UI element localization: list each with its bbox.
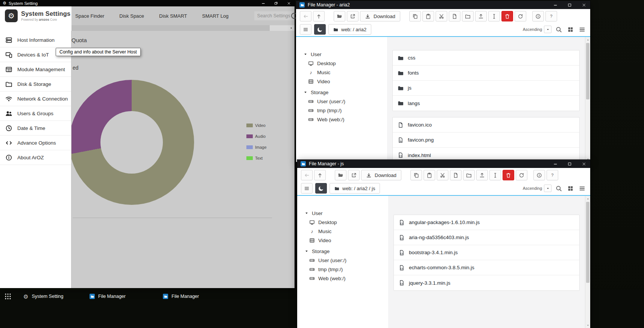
copy-button[interactable]	[409, 11, 421, 21]
open-folder-button[interactable]	[334, 11, 345, 21]
file-row-langs[interactable]: langs	[393, 96, 579, 111]
tab-space-finder[interactable]: Space Finder	[75, 13, 104, 19]
sidebar-item-host-information[interactable]: Host Information	[0, 33, 71, 47]
tab-disk-space[interactable]: Disk Space	[119, 13, 144, 19]
menu-button[interactable]	[301, 183, 313, 194]
sidebar-item-network-connection[interactable]: Network & Connection	[0, 92, 71, 106]
properties-button[interactable]	[532, 11, 544, 21]
file-row-bootstrap[interactable]: bootstrap-3.4.1.min.js	[394, 245, 579, 260]
tree-item-tmp-drive[interactable]: tmp (tmp:/)	[305, 265, 388, 274]
restore-button[interactable]	[273, 0, 279, 6]
tree-group-storage[interactable]: Storage	[305, 247, 388, 256]
new-file-button[interactable]	[450, 170, 462, 180]
tree-item-music[interactable]: ♪Music	[304, 68, 387, 77]
scroll-right-arrow[interactable]	[289, 25, 294, 31]
copy-button[interactable]	[410, 170, 422, 180]
delete-button[interactable]	[503, 170, 514, 180]
back-button[interactable]	[301, 170, 313, 180]
scrollbar-thumb[interactable]	[586, 43, 589, 99]
file-row-angular[interactable]: angular-packages-1.6.10.min.js	[394, 215, 579, 230]
scroll-down-icon[interactable]	[585, 323, 590, 328]
file-row-favicon-png[interactable]: favicon.png	[393, 133, 579, 148]
open-in-new-window-button[interactable]	[347, 11, 358, 21]
upload-button[interactable]	[475, 11, 487, 21]
breadcrumb[interactable]: web: / aria2 / js	[330, 183, 380, 194]
tree-item-user-drive[interactable]: User (user:/)	[305, 256, 388, 265]
theme-toggle-button[interactable]	[315, 183, 327, 194]
help-button[interactable]	[545, 11, 557, 21]
tree-item-desktop[interactable]: Desktop	[304, 59, 387, 68]
tree-group-user[interactable]: User	[304, 50, 387, 59]
open-in-new-window-button[interactable]	[348, 170, 360, 180]
new-folder-button[interactable]	[462, 11, 474, 21]
sort-dropdown[interactable]: Ascending	[523, 26, 551, 33]
properties-button[interactable]	[533, 170, 545, 180]
legend-item-image[interactable]: Image	[246, 145, 267, 149]
scroll-up-icon[interactable]	[585, 37, 590, 42]
tree-item-video[interactable]: Video	[305, 236, 388, 245]
paste-button[interactable]	[422, 11, 434, 21]
download-button[interactable]: Download	[361, 170, 401, 180]
vertical-scrollbar[interactable]	[585, 37, 590, 162]
sidebar-item-about-aroz[interactable]: About ArOZ	[0, 150, 71, 165]
grid-view-button[interactable]	[566, 184, 575, 193]
tree-group-user[interactable]: User	[305, 209, 388, 218]
tree-item-web-drive[interactable]: Web (web:/)	[304, 115, 387, 124]
window-titlebar[interactable]: ⚙ System Setting	[0, 0, 295, 6]
maximize-button[interactable]	[567, 2, 573, 8]
delete-button[interactable]	[501, 11, 513, 21]
taskbar-item-file-manager-2[interactable]: File Manager	[163, 292, 199, 301]
new-folder-button[interactable]	[463, 170, 475, 180]
minimize-button[interactable]	[552, 2, 558, 8]
tree-item-web-drive[interactable]: Web (web:/)	[305, 274, 388, 283]
search-button[interactable]	[554, 25, 563, 34]
legend-item-audio[interactable]: Audio	[246, 134, 267, 138]
tree-item-music[interactable]: ♪Music	[305, 227, 388, 236]
scrollbar-thumb[interactable]	[71, 25, 270, 31]
refresh-button[interactable]	[515, 11, 526, 21]
menu-horizontal-scrollbar[interactable]	[71, 25, 295, 31]
tree-group-storage[interactable]: Storage	[304, 88, 387, 97]
cut-button[interactable]	[437, 170, 448, 180]
search-button[interactable]	[554, 184, 563, 193]
tree-item-desktop[interactable]: Desktop	[305, 218, 388, 227]
back-button[interactable]	[300, 11, 311, 21]
taskbar-item-file-manager-1[interactable]: File Manager	[90, 292, 126, 301]
sidebar-item-advance-options[interactable]: Advance Options	[0, 136, 71, 150]
up-button[interactable]	[313, 11, 325, 21]
file-row-css[interactable]: css	[393, 50, 579, 66]
rename-button[interactable]	[489, 170, 501, 180]
help-button[interactable]	[547, 170, 558, 180]
window-titlebar[interactable]: File Manager - js	[297, 160, 590, 168]
new-file-button[interactable]	[449, 11, 460, 21]
apps-launcher-button[interactable]	[3, 292, 12, 301]
window-titlebar[interactable]: File Manager - aria2	[296, 1, 590, 9]
open-folder-button[interactable]	[335, 170, 346, 180]
tree-item-video[interactable]: Video	[304, 77, 387, 86]
minimize-button[interactable]	[260, 0, 266, 6]
scrollbar-thumb[interactable]	[586, 202, 589, 283]
breadcrumb[interactable]: web: / aria2	[328, 24, 371, 35]
refresh-button[interactable]	[516, 170, 527, 180]
vertical-scrollbar[interactable]	[585, 196, 590, 328]
sidebar-item-disk-storage[interactable]: Disk & Storage	[0, 77, 71, 92]
file-row-aria-ng[interactable]: aria-ng-da5356c403.min.js	[394, 230, 579, 245]
file-row-favicon-ico[interactable]: favicon.ico	[393, 117, 579, 133]
legend-item-video[interactable]: Video	[246, 124, 267, 127]
up-button[interactable]	[314, 170, 326, 180]
taskbar-item-system-setting[interactable]: ⚙ System Setting	[23, 292, 64, 301]
download-button[interactable]: Download	[360, 11, 400, 21]
tree-item-tmp-drive[interactable]: tmp (tmp:/)	[304, 106, 387, 115]
sort-dropdown[interactable]: Ascending	[523, 185, 551, 192]
maximize-button[interactable]	[567, 161, 573, 167]
cut-button[interactable]	[436, 11, 447, 21]
legend-item-text[interactable]: Text	[246, 156, 267, 160]
tree-item-user-drive[interactable]: User (user:/)	[304, 97, 387, 106]
tab-disk-smart[interactable]: Disk SMART	[159, 13, 187, 19]
list-view-button[interactable]	[577, 184, 586, 193]
minimize-button[interactable]	[552, 161, 558, 167]
file-row-echarts[interactable]: echarts-common-3.8.5.min.js	[394, 260, 579, 275]
close-button[interactable]	[581, 2, 587, 8]
sidebar-item-users-groups[interactable]: Users & Groups	[0, 106, 71, 121]
file-row-js[interactable]: js	[393, 81, 579, 96]
